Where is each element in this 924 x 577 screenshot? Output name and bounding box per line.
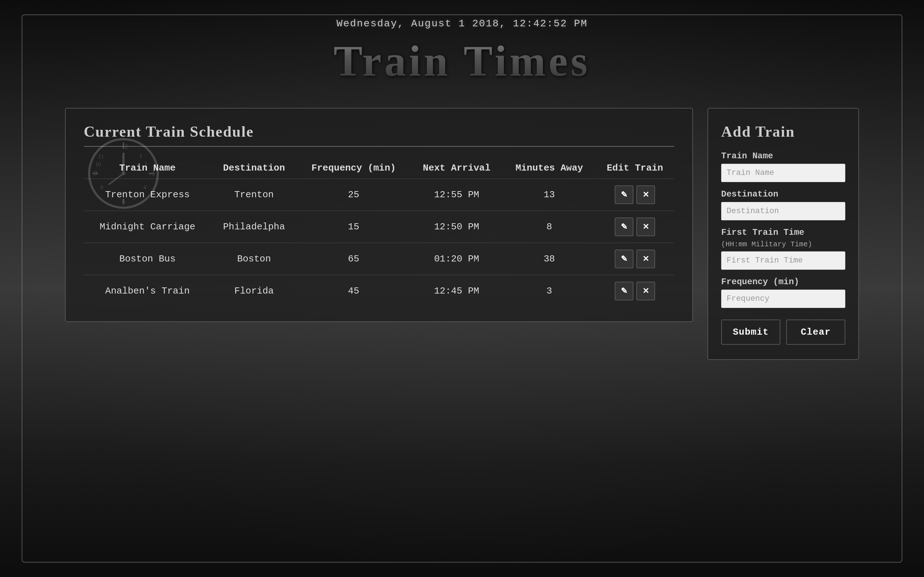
svg-text:5: 5 [133,194,136,200]
cell-next_arrival: 12:45 PM [410,275,503,307]
cell-name: Boston Bus [84,243,211,275]
table-row: Trenton ExpressTrenton2512:55 PM13✎✕ [84,179,674,211]
cell-minutes_away: 3 [503,275,596,307]
svg-text:12: 12 [121,143,128,150]
col-header-minutes-away: Minutes Away [503,158,596,179]
col-header-frequency: Frequency (min) [297,158,410,179]
cell-destination: Florida [211,275,297,307]
delete-button-row-0[interactable]: ✕ [636,185,655,204]
cell-frequency: 15 [297,211,410,243]
frequency-label: Frequency (min) [721,277,845,287]
svg-text:2: 2 [144,161,147,167]
edit-button-row-3[interactable]: ✎ [615,282,633,300]
table-row: Analben's TrainFlorida4512:45 PM3✎✕ [84,275,674,307]
edit-button-row-2[interactable]: ✎ [615,250,633,268]
cell-edit-train: ✎✕ [596,275,674,307]
svg-line-7 [109,174,123,184]
schedule-table: Train Name Destination Frequency (min) N… [84,158,674,307]
cell-minutes_away: 8 [503,211,596,243]
app-title: Train Times [333,36,590,86]
train-name-label: Train Name [721,151,845,161]
svg-text:1: 1 [139,153,142,160]
cell-next_arrival: 12:55 PM [410,179,503,211]
svg-text:10: 10 [95,161,101,167]
submit-button[interactable]: Submit [721,319,780,345]
cell-minutes_away: 38 [503,243,596,275]
svg-text:11: 11 [98,153,103,160]
destination-label: Destination [721,189,845,199]
frequency-input[interactable] [721,290,845,308]
cell-destination: Trenton [211,179,297,211]
cell-destination: Philadelpha [211,211,297,243]
delete-button-row-3[interactable]: ✕ [636,282,655,300]
train-name-input[interactable] [721,164,845,182]
svg-text:6: 6 [122,198,125,205]
edit-button-row-1[interactable]: ✎ [615,218,633,236]
svg-text:9: 9 [94,170,97,177]
add-train-panel: Add Train Train Name Destination First T… [708,108,859,360]
col-header-next-arrival: Next Arrival [410,158,503,179]
form-buttons: Submit Clear [721,319,845,345]
edit-button-row-0[interactable]: ✎ [615,185,633,204]
svg-text:7: 7 [110,194,113,200]
datetime-display: Wednesday, August 1 2018, 12:42:52 PM [336,18,588,29]
delete-button-row-1[interactable]: ✕ [636,218,655,236]
first-train-time-label: First Train Time [721,227,845,237]
cell-frequency: 45 [297,275,410,307]
cell-next_arrival: 12:50 PM [410,211,503,243]
destination-input[interactable] [721,202,845,220]
add-train-title: Add Train [721,123,845,140]
cell-frequency: 65 [297,243,410,275]
schedule-panel: 12 6 9 3 1 2 11 10 8 4 7 5 Current Train… [65,108,693,322]
delete-button-row-2[interactable]: ✕ [636,250,655,268]
cell-edit-train: ✎✕ [596,211,674,243]
table-header-row: Train Name Destination Frequency (min) N… [84,158,674,179]
table-row: Midnight CarriagePhiladelpha1512:50 PM8✎… [84,211,674,243]
svg-text:4: 4 [143,184,146,190]
svg-text:3: 3 [152,170,155,177]
schedule-divider [84,146,674,147]
clock-icon: 12 6 9 3 1 2 11 10 8 4 7 5 [87,137,160,210]
table-row: Boston BusBoston6501:20 PM38✎✕ [84,243,674,275]
first-train-time-sublabel: (HH:mm Military Time) [721,240,845,248]
col-header-destination: Destination [211,158,297,179]
first-train-time-input[interactable] [721,251,845,270]
cell-name: Midnight Carriage [84,211,211,243]
col-header-edit: Edit Train [596,158,674,179]
cell-destination: Boston [211,243,297,275]
clear-button[interactable]: Clear [786,319,845,345]
cell-name: Analben's Train [84,275,211,307]
cell-next_arrival: 01:20 PM [410,243,503,275]
cell-edit-train: ✎✕ [596,179,674,211]
main-row: 12 6 9 3 1 2 11 10 8 4 7 5 Current Train… [65,108,859,360]
schedule-panel-title: Current Train Schedule [84,123,674,140]
cell-minutes_away: 13 [503,179,596,211]
cell-edit-train: ✎✕ [596,243,674,275]
cell-frequency: 25 [297,179,410,211]
page-content: Wednesday, August 1 2018, 12:42:52 PM Tr… [0,0,924,577]
svg-text:8: 8 [100,184,103,190]
